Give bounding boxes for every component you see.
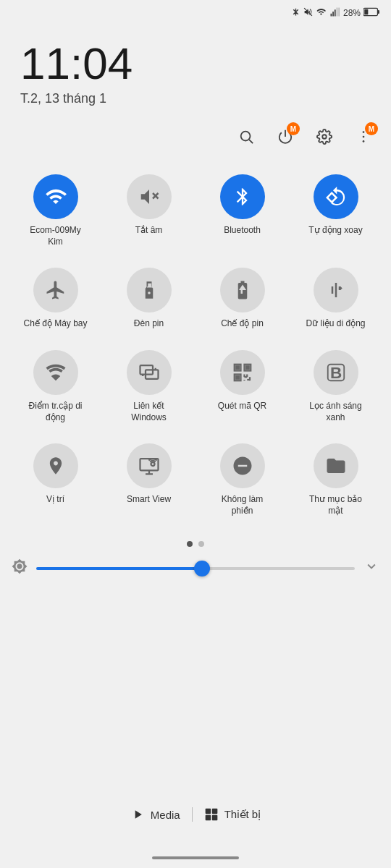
search-button[interactable]	[233, 124, 259, 150]
power-button[interactable]: M	[272, 124, 298, 150]
device-label: Thiết bị	[224, 808, 261, 821]
dnd-tile-label: Không làm phiền	[210, 494, 275, 516]
svg-point-14	[363, 140, 365, 142]
tile-link-windows[interactable]: Liên kết Windows	[102, 340, 196, 433]
quick-settings-grid: Ecom-009My Kim Tắt âm Bluetooth Tự động …	[0, 158, 391, 532]
settings-button[interactable]	[311, 124, 337, 150]
smart-view-tile-label: Smart View	[127, 494, 171, 506]
bluetooth-status-icon	[291, 7, 300, 19]
svg-rect-24	[246, 366, 249, 369]
brightness-slider[interactable]	[36, 567, 355, 570]
flashlight-tile-icon	[127, 268, 172, 312]
more-button[interactable]: M	[350, 124, 377, 150]
location-tile-icon	[33, 443, 78, 488]
bluetooth-tile-label: Bluetooth	[224, 225, 261, 237]
airplane-tile-label: Chế độ Máy bay	[23, 318, 87, 330]
blue-light-tile-label: Lọc ánh sáng xanh	[303, 401, 369, 423]
brightness-thumb[interactable]	[194, 561, 210, 576]
svg-point-36	[151, 462, 154, 466]
mobile-data-tile-label: Dữ liệu di động	[306, 318, 365, 330]
wifi-tile-label: Ecom-009My Kim	[23, 225, 88, 247]
battery-icon	[363, 7, 379, 19]
svg-rect-38	[212, 809, 218, 814]
svg-rect-5	[338, 8, 340, 17]
svg-point-9	[241, 132, 251, 141]
secure-folder-tile-icon	[314, 443, 358, 488]
page-indicators	[0, 532, 391, 553]
tile-mute[interactable]: Tắt âm	[102, 164, 196, 258]
bottom-bar: Media Thiết bị	[0, 796, 391, 833]
mute-status-icon	[303, 7, 313, 19]
bluetooth-tile-icon	[220, 174, 265, 219]
rotate-tile-label: Tự động xoay	[308, 225, 362, 237]
status-bar: 28%	[0, 0, 391, 22]
tile-qr[interactable]: Quét mã QR	[196, 340, 289, 433]
qr-tile-icon	[220, 350, 265, 395]
mobile-data-tile-icon	[314, 268, 358, 312]
tile-bluetooth[interactable]: Bluetooth	[196, 164, 289, 258]
rotate-tile-icon	[314, 174, 358, 219]
wifi-tile-icon	[33, 174, 78, 219]
clock: 11:04	[20, 39, 371, 88]
power-badge: M	[287, 122, 300, 135]
svg-rect-7	[364, 9, 368, 15]
time-block: 11:04 T.2, 13 tháng 1	[0, 22, 391, 112]
svg-point-12	[363, 131, 365, 133]
signal-status-icon	[329, 7, 340, 19]
svg-point-11	[322, 135, 327, 139]
svg-rect-37	[205, 809, 211, 814]
svg-rect-2	[332, 12, 334, 16]
qr-tile-label: Quét mã QR	[218, 401, 266, 412]
secure-folder-tile-label: Thư mục bảo mật	[303, 494, 369, 516]
media-button[interactable]: Media	[119, 804, 192, 825]
location-tile-label: Vị trí	[46, 494, 64, 506]
svg-rect-3	[335, 9, 336, 16]
svg-rect-4	[337, 8, 338, 17]
svg-rect-1	[331, 14, 332, 17]
brightness-icon	[12, 558, 28, 578]
mute-tile-label: Tắt âm	[135, 225, 163, 237]
svg-rect-8	[377, 10, 379, 14]
more-badge: M	[365, 122, 378, 135]
page-dot-1[interactable]	[187, 541, 193, 547]
brightness-row	[0, 553, 391, 584]
dnd-tile-icon	[220, 443, 265, 488]
hotspot-tile-icon	[33, 350, 78, 395]
page-dot-2[interactable]	[198, 541, 204, 547]
svg-rect-39	[205, 815, 211, 821]
smart-view-tile-icon	[127, 443, 172, 488]
battery-saver-tile-label: Chế độ pin	[221, 318, 264, 330]
tile-rotate[interactable]: Tự động xoay	[289, 164, 382, 258]
svg-rect-40	[212, 815, 218, 821]
device-button[interactable]: Thiết bị	[193, 804, 273, 825]
date: T.2, 13 tháng 1	[20, 91, 371, 106]
tile-airplane[interactable]: Chế độ Máy bay	[9, 258, 102, 340]
battery-percentage: 28%	[343, 8, 361, 18]
status-icons: 28%	[291, 7, 379, 19]
tile-battery-saver[interactable]: Chế độ pin	[196, 258, 289, 340]
home-bar	[152, 856, 239, 859]
svg-rect-26	[236, 376, 239, 379]
battery-saver-tile-icon	[220, 268, 265, 312]
brightness-expand-button[interactable]	[363, 558, 379, 578]
tile-wifi[interactable]: Ecom-009My Kim	[9, 164, 102, 258]
blue-light-tile-icon: B	[314, 350, 358, 395]
svg-text:B: B	[329, 363, 341, 381]
wifi-status-icon	[316, 7, 327, 19]
tile-mobile-data[interactable]: Dữ liệu di động	[289, 258, 382, 340]
media-label: Media	[151, 809, 180, 821]
flashlight-tile-label: Đèn pin	[134, 318, 164, 330]
tile-dnd[interactable]: Không làm phiền	[196, 433, 289, 527]
tile-hotspot[interactable]: Điểm tr.cập di động	[9, 340, 102, 433]
link-windows-tile-icon	[127, 350, 172, 395]
tile-flashlight[interactable]: Đèn pin	[102, 258, 196, 340]
svg-point-13	[363, 136, 365, 138]
svg-line-10	[249, 140, 253, 143]
tile-secure-folder[interactable]: Thư mục bảo mật	[289, 433, 382, 527]
qs-header: M M	[0, 112, 391, 158]
tile-blue-light[interactable]: B Lọc ánh sáng xanh	[289, 340, 382, 433]
tile-smart-view[interactable]: Smart View	[102, 433, 196, 527]
airplane-tile-icon	[33, 268, 78, 312]
tile-location[interactable]: Vị trí	[9, 433, 102, 527]
hotspot-tile-label: Điểm tr.cập di động	[23, 401, 88, 423]
